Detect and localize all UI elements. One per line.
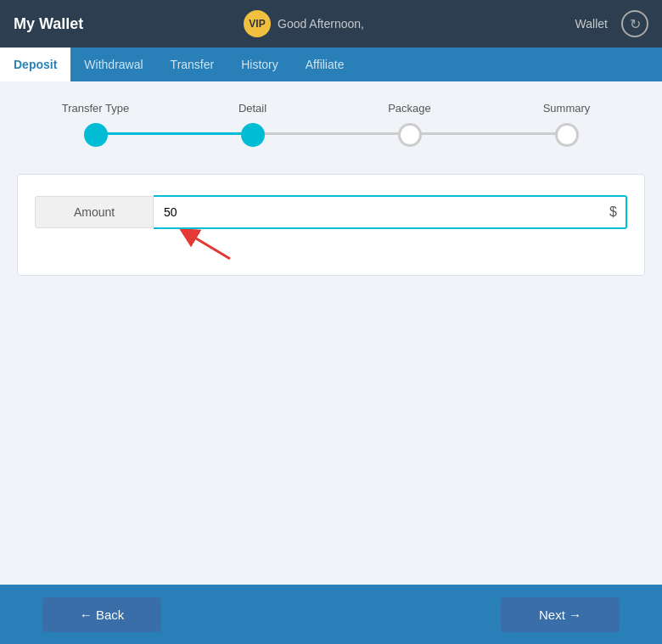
refresh-icon: ↻ (630, 16, 641, 32)
stepper: Transfer Type Detail Package Summary (17, 102, 645, 147)
red-arrow-svg (171, 229, 238, 263)
step-summary: Summary (488, 102, 645, 147)
stepper-container: Transfer Type Detail Package Summary (17, 102, 645, 147)
step-detail: Detail (174, 102, 331, 147)
nav-history[interactable]: History (227, 48, 292, 81)
refresh-button[interactable]: ↻ (621, 10, 648, 37)
main-content: Transfer Type Detail Package Summary Amo… (0, 81, 662, 585)
step-package-circle (398, 123, 422, 147)
step-detail-circle (241, 123, 265, 147)
vip-badge: VIP (244, 10, 271, 37)
nav-transfer[interactable]: Transfer (157, 48, 228, 81)
header-center: VIP Good Afternoon, (83, 10, 524, 37)
header: My Wallet VIP Good Afternoon, Wallet ↻ (0, 0, 662, 48)
svg-line-1 (188, 233, 230, 259)
step-detail-label: Detail (238, 102, 266, 115)
step-transfer-type: Transfer Type (17, 102, 174, 147)
step-summary-circle (555, 123, 579, 147)
step-transfer-type-label: Transfer Type (62, 102, 129, 115)
form-card: Amount $ (17, 174, 645, 276)
nav-bar: Deposit Withdrawal Transfer History Affi… (0, 48, 662, 81)
amount-input-wrapper: $ (154, 195, 627, 229)
amount-label: Amount (35, 196, 154, 228)
amount-row: Amount $ (35, 195, 627, 229)
app-title: My Wallet (14, 15, 83, 33)
amount-input[interactable] (154, 195, 627, 229)
header-wallet-label: Wallet (575, 17, 608, 31)
footer: ← Back Next → (0, 585, 662, 644)
currency-symbol: $ (609, 204, 617, 220)
step-package-label: Package (388, 102, 431, 115)
step-summary-label: Summary (543, 102, 591, 115)
step-package: Package (331, 102, 488, 147)
arrow-annotation (35, 229, 627, 255)
header-greeting: Good Afternoon, (278, 17, 364, 31)
nav-deposit[interactable]: Deposit (0, 48, 70, 81)
step-transfer-type-circle (84, 123, 108, 147)
next-button[interactable]: Next → (501, 597, 620, 632)
nav-withdrawal[interactable]: Withdrawal (70, 48, 156, 81)
back-button[interactable]: ← Back (42, 597, 161, 632)
nav-affiliate[interactable]: Affiliate (292, 48, 358, 81)
